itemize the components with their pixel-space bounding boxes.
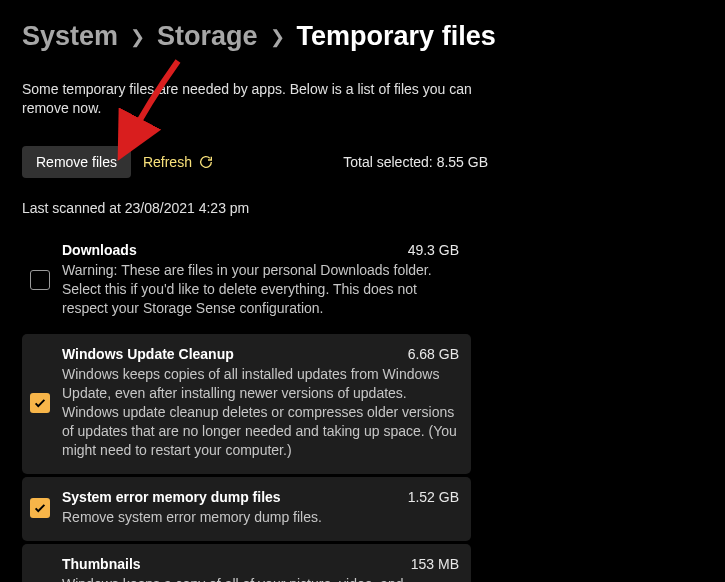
- actions-row: Remove files Refresh Total selected: 8.5…: [22, 146, 703, 178]
- total-selected: Total selected: 8.55 GB: [343, 154, 488, 170]
- item-body: Downloads49.3 GBWarning: These are files…: [62, 242, 459, 318]
- item-body: System error memory dump files1.52 GBRem…: [62, 489, 459, 527]
- item-description: Windows keeps copies of all installed up…: [62, 365, 459, 459]
- item-title: Thumbnails: [62, 556, 141, 572]
- remove-files-button[interactable]: Remove files: [22, 146, 131, 178]
- item-title: System error memory dump files: [62, 489, 281, 505]
- last-scanned: Last scanned at 23/08/2021 4:23 pm: [22, 200, 703, 216]
- refresh-label: Refresh: [143, 154, 192, 170]
- chevron-right-icon: ❯: [130, 26, 145, 48]
- breadcrumb-system[interactable]: System: [22, 21, 118, 52]
- item-body: Thumbnails153 MBWindows keeps a copy of …: [62, 556, 459, 582]
- page-title: Temporary files: [297, 21, 496, 52]
- item-description: Windows keeps a copy of all of your pict…: [62, 575, 459, 582]
- page-description: Some temporary files are needed by apps.…: [22, 80, 492, 118]
- list-item[interactable]: Downloads49.3 GBWarning: These are files…: [22, 230, 471, 332]
- checkbox[interactable]: [30, 270, 50, 290]
- item-title: Downloads: [62, 242, 137, 258]
- list-item[interactable]: Windows Update Cleanup6.68 GBWindows kee…: [22, 334, 471, 473]
- refresh-icon: [198, 154, 214, 170]
- item-size: 6.68 GB: [408, 346, 459, 362]
- checkbox[interactable]: [30, 393, 50, 413]
- item-body: Windows Update Cleanup6.68 GBWindows kee…: [62, 346, 459, 459]
- breadcrumb-storage[interactable]: Storage: [157, 21, 258, 52]
- item-size: 153 MB: [411, 556, 459, 572]
- refresh-button[interactable]: Refresh: [143, 154, 214, 170]
- item-description: Warning: These are files in your persona…: [62, 261, 459, 318]
- item-size: 1.52 GB: [408, 489, 459, 505]
- breadcrumb: System ❯ Storage ❯ Temporary files: [22, 21, 703, 52]
- checkbox[interactable]: [30, 498, 50, 518]
- item-title: Windows Update Cleanup: [62, 346, 234, 362]
- chevron-right-icon: ❯: [270, 26, 285, 48]
- list-item[interactable]: System error memory dump files1.52 GBRem…: [22, 477, 471, 541]
- list-item[interactable]: Thumbnails153 MBWindows keeps a copy of …: [22, 544, 471, 582]
- item-size: 49.3 GB: [408, 242, 459, 258]
- file-list: Downloads49.3 GBWarning: These are files…: [22, 230, 703, 582]
- item-description: Remove system error memory dump files.: [62, 508, 459, 527]
